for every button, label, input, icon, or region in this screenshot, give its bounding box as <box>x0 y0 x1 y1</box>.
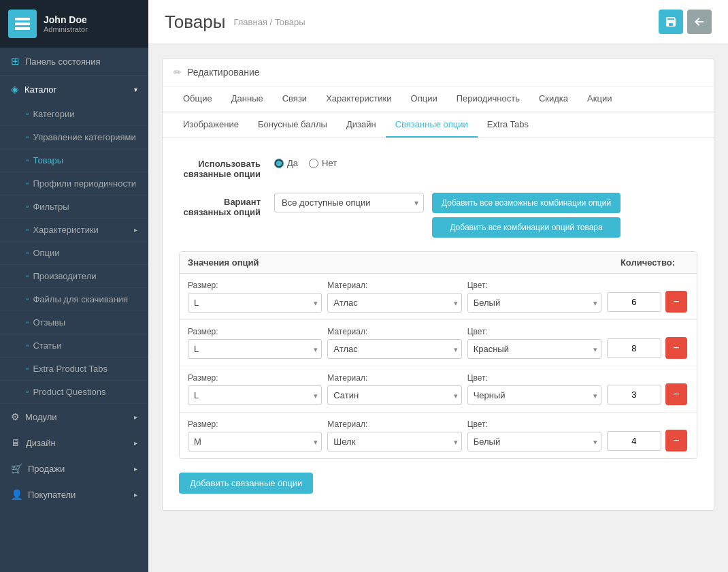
tab-extra-tabs[interactable]: Extra Tabs <box>478 112 538 138</box>
sidebar-item-options[interactable]: » Опции <box>0 242 148 265</box>
sidebar-item-label: Фильтры <box>33 202 69 212</box>
breadcrumb-home: Главная <box>233 17 267 27</box>
size-label: Размер: <box>188 419 322 429</box>
sidebar-item-product-questions[interactable]: » Product Questions <box>0 381 148 404</box>
radio-yes-label[interactable]: Да <box>274 158 298 168</box>
size-label: Размер: <box>188 327 322 336</box>
color-select[interactable]: БелыйКрасныйЧерный <box>467 339 601 359</box>
color-label: Цвет: <box>467 419 601 429</box>
sidebar-item-categories[interactable]: » Категории <box>0 103 148 126</box>
qty-input[interactable] <box>607 338 661 358</box>
material-select[interactable]: АтласСатинШелк <box>327 385 461 405</box>
sidebar-item-extra-tabs[interactable]: » Extra Product Tabs <box>0 358 148 381</box>
card-title: Редактирование <box>187 67 260 78</box>
sidebar-item-catalog[interactable]: ◈ Каталог ▾ <box>0 76 148 103</box>
sidebar-item-articles[interactable]: » Статьи <box>0 334 148 358</box>
user-name: John Doe <box>44 14 88 25</box>
material-select[interactable]: АтласСатинШелк <box>327 293 461 313</box>
size-col-2: Размер: LMSXL <box>188 327 322 359</box>
add-all-combos-button[interactable]: Добавить все возможные комбинации опций <box>432 193 621 213</box>
sidebar-item-manage-categories[interactable]: » Управление категориями <box>0 126 148 149</box>
sidebar-item-label: Товары <box>33 155 63 165</box>
material-select[interactable]: АтласСатинШелк <box>327 339 461 359</box>
dot-icon: » <box>26 366 29 372</box>
edit-icon: ✏ <box>173 67 182 78</box>
variant-select[interactable]: Все доступные опции <box>274 193 424 212</box>
sidebar-item-manufacturers[interactable]: » Производители <box>0 265 148 288</box>
size-col-3: Размер: LMSXL <box>188 373 322 405</box>
size-select[interactable]: LMSXL <box>188 385 322 405</box>
arrow-icon: ▸ <box>134 491 137 498</box>
content-area: ✏ Редактирование Общие Данные Связи Хара… <box>148 44 728 524</box>
sidebar-item-modules[interactable]: ⚙ Модули ▸ <box>0 404 148 430</box>
sidebar-item-label: Модули <box>25 412 57 422</box>
variant-label: Вариант связанных опций <box>179 193 261 217</box>
color-select[interactable]: БелыйКрасныйЧерный <box>467 293 601 313</box>
use-linked-label: Использовать связанные опции <box>179 155 261 179</box>
tab-actions[interactable]: Акции <box>578 86 621 112</box>
size-col-4: Размер: LMSXL <box>188 419 322 451</box>
size-label: Размер: <box>188 373 322 383</box>
size-select[interactable]: LMSXL <box>188 293 322 313</box>
tab-attributes[interactable]: Характеристики <box>316 86 401 112</box>
qty-input[interactable] <box>607 385 661 404</box>
radio-no-label[interactable]: Нет <box>309 158 337 168</box>
table-row: Размер: LMSXL Материал: <box>180 274 697 320</box>
use-linked-group: Использовать связанные опции Да Нет <box>179 155 697 179</box>
remove-row-button[interactable]: − <box>665 383 687 405</box>
card-header: ✏ Редактирование <box>163 59 714 86</box>
table-row: Размер: LMSXL Материал: <box>180 366 697 413</box>
tab-recurring[interactable]: Периодичность <box>447 86 529 112</box>
sidebar-item-label: Опции <box>33 248 59 258</box>
dot-icon: » <box>26 273 29 279</box>
tab-design[interactable]: Дизайн <box>337 112 386 138</box>
back-button[interactable] <box>687 10 712 34</box>
sidebar-item-attributes[interactable]: » Характеристики ▸ <box>0 219 148 242</box>
tab-data[interactable]: Данные <box>222 86 273 112</box>
tab-bonuses[interactable]: Бонусные баллы <box>248 112 337 138</box>
remove-row-button[interactable]: − <box>665 337 687 359</box>
sidebar-item-filters[interactable]: » Фильтры <box>0 195 148 219</box>
catalog-arrow: ▾ <box>134 86 137 93</box>
sidebar-item-downloads[interactable]: » Файлы для скачивания <box>0 288 148 311</box>
size-select[interactable]: LMSXL <box>188 339 322 359</box>
color-label: Цвет: <box>467 327 601 336</box>
material-label: Материал: <box>327 327 461 336</box>
add-product-combos-button[interactable]: Добавить все комбинации опций товара <box>432 217 621 238</box>
sidebar-item-recurring[interactable]: » Профили периодичности <box>0 172 148 195</box>
sidebar-item-products[interactable]: » Товары <box>0 149 148 172</box>
sidebar-item-design[interactable]: 🖥 Дизайн ▸ <box>0 430 148 456</box>
tab-image[interactable]: Изображение <box>173 112 248 138</box>
dot-icon: » <box>26 296 29 302</box>
add-linked-options-button[interactable]: Добавить связанные опции <box>179 473 313 494</box>
sidebar-item-reviews[interactable]: » Отзывы <box>0 311 148 334</box>
sidebar-item-label: Отзывы <box>33 317 65 328</box>
catalog-icon: ◈ <box>11 83 19 95</box>
material-col-2: Материал: АтласСатинШелк <box>327 327 461 359</box>
tab-links[interactable]: Связи <box>273 86 316 112</box>
radio-no[interactable] <box>309 159 318 168</box>
dot-icon: » <box>26 343 29 349</box>
tab-content: Использовать связанные опции Да Нет <box>163 138 714 510</box>
qty-input[interactable] <box>607 431 661 451</box>
tab-discount[interactable]: Скидка <box>529 86 578 112</box>
tab-general[interactable]: Общие <box>173 86 222 112</box>
tab-options[interactable]: Опции <box>401 86 447 112</box>
radio-yes[interactable] <box>274 159 284 168</box>
save-button[interactable] <box>659 10 683 34</box>
color-select[interactable]: БелыйКрасныйЧерный <box>467 385 601 405</box>
tab-linked-options[interactable]: Связанные опции <box>386 112 478 138</box>
sidebar-item-panel[interactable]: ⊞ Панель состояния <box>0 48 148 76</box>
size-select[interactable]: LMSXL <box>188 432 322 451</box>
color-col-3: Цвет: БелыйКрасныйЧерный <box>467 373 601 405</box>
material-select[interactable]: АтласСатинШелк <box>327 432 461 451</box>
remove-row-button[interactable]: − <box>665 291 687 313</box>
dot-icon: » <box>26 250 29 256</box>
material-col-3: Материал: АтласСатинШелк <box>327 373 461 405</box>
radio-group: Да Нет <box>274 155 337 168</box>
qty-input[interactable] <box>607 292 661 312</box>
remove-row-button[interactable]: − <box>665 430 687 451</box>
color-select[interactable]: БелыйКрасныйЧерный <box>467 432 601 451</box>
sidebar-item-sales[interactable]: 🛒 Продажи ▸ <box>0 456 148 481</box>
sidebar-item-customers[interactable]: 👤 Покупатели ▸ <box>0 481 148 507</box>
